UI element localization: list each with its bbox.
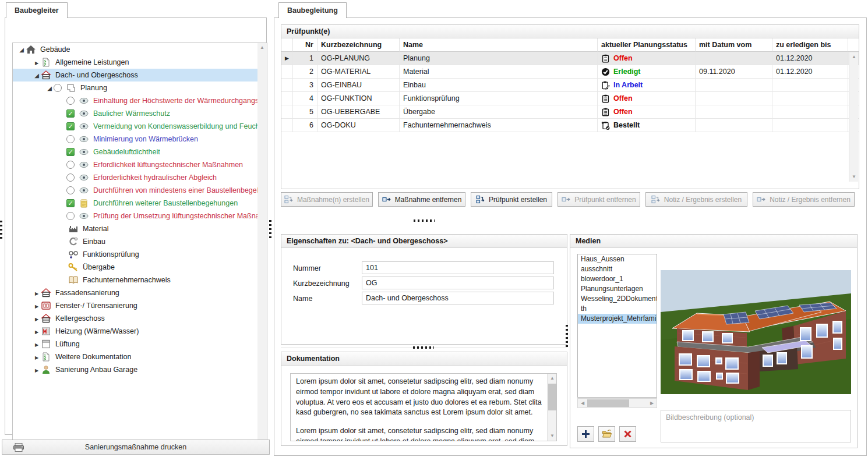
- col-erledigen-bis[interactable]: zu erledigen bis: [772, 38, 848, 52]
- expander-closed-icon[interactable]: [33, 340, 41, 348]
- nummer-field[interactable]: [362, 261, 554, 274]
- media-list-item[interactable]: Planungsunterlagen: [578, 284, 657, 294]
- tree-item-requirement[interactable]: Vermeidung von Kondenswasserbildung und …: [13, 120, 267, 133]
- notiz-ergebnis-erstellen-button[interactable]: Notiz / Ergebnis erstellen: [645, 192, 747, 207]
- kurzbezeichnung-field[interactable]: [362, 277, 554, 289]
- splitter-handle-panels[interactable]: [269, 220, 271, 240]
- expander-closed-icon[interactable]: [33, 327, 41, 335]
- tree-item-requirement[interactable]: Gebäudeluftdichtheit: [13, 146, 267, 158]
- media-list-item[interactable]: th: [578, 304, 657, 314]
- tree-item-planung[interactable]: Planung: [13, 82, 267, 94]
- media-add-button[interactable]: [577, 426, 594, 442]
- radio-unchecked-icon[interactable]: [66, 186, 75, 194]
- col-datum-vom[interactable]: mit Datum vom: [696, 38, 772, 52]
- radio-unchecked-icon[interactable]: [66, 212, 75, 220]
- checkbox-checked-icon[interactable]: [66, 148, 75, 156]
- scrollbar-thumb[interactable]: [548, 384, 556, 410]
- table-row[interactable]: 5 OG-UEBERGABE Übergabe Offen: [281, 105, 859, 119]
- tab-baubegleiter[interactable]: Baubegleiter: [6, 2, 68, 18]
- scrollbar-thumb[interactable]: [587, 399, 629, 407]
- tree-item-gebaeude[interactable]: Gebäude: [13, 43, 267, 56]
- massnahmen-erstellen-button[interactable]: Maßnahme(n) erstellen: [281, 192, 373, 207]
- tree-item-fassadensanierung[interactable]: Fassadensanierung: [13, 286, 267, 299]
- col-name[interactable]: Name: [400, 38, 598, 52]
- tree-item-heizung[interactable]: Heizung (Wärme/Wasser): [13, 325, 267, 338]
- tree-item-requirement[interactable]: Durchführen weiterer Baustellenbegehunge…: [13, 197, 267, 210]
- media-list-item[interactable]: ausschnitt: [578, 264, 657, 274]
- tree-item-funktionspruefung[interactable]: Funktionsprüfung: [13, 248, 267, 261]
- expander-open-icon[interactable]: [45, 84, 54, 92]
- table-row[interactable]: 2 OG-MATERIAL Material Erledigt 09.11.20…: [281, 65, 859, 79]
- notiz-ergebnis-entfernen-button[interactable]: Notiz / Ergebnis entfernen: [753, 192, 855, 207]
- table-row[interactable]: 4 OG-FUNKTION Funktionsprüfung Offen: [281, 92, 859, 105]
- tree-item-requirement[interactable]: Einhaltung der Höchstwerte der Wärmedurc…: [13, 94, 267, 107]
- tree-item-requirement[interactable]: Prüfung der Umsetzung lüftungstechnische…: [13, 210, 267, 222]
- tree-item-weitere-dokumentation[interactable]: Weitere Dokumentation: [13, 350, 267, 363]
- expander-closed-icon[interactable]: [33, 314, 41, 323]
- tree-item-requirement[interactable]: Erfordlichkeit lüftungstechnischer Maßna…: [13, 158, 267, 171]
- print-sanierungsmassnahme-button[interactable]: Sanierungsmaßnahme drucken: [2, 440, 270, 455]
- checkbox-checked-icon[interactable]: [66, 199, 75, 207]
- tree-item-sanierung-anbau-garage[interactable]: Sanierung Anbau Garage: [13, 363, 267, 376]
- table-scrollbar[interactable]: ▲ ▼: [849, 52, 858, 182]
- tree-item-fenster-tuerensanierung[interactable]: Fenster-/ Türensanierung: [13, 299, 267, 312]
- splitter-handle-vertical-mid[interactable]: [566, 325, 568, 348]
- scroll-down-icon[interactable]: ▼: [548, 431, 557, 441]
- tree-item-fachunternehmernachweis[interactable]: Fachunternehmernachweis: [13, 274, 267, 286]
- scroll-up-icon[interactable]: ▲: [548, 374, 557, 383]
- scroll-up-icon[interactable]: ▲: [849, 52, 859, 62]
- expander-closed-icon[interactable]: [33, 302, 41, 310]
- scroll-down-icon[interactable]: ▼: [849, 172, 859, 182]
- pruefpunkt-erstellen-button[interactable]: Prüfpunkt erstellen: [471, 192, 552, 207]
- media-delete-button[interactable]: [619, 426, 636, 442]
- tree-item-material[interactable]: Material: [13, 222, 267, 235]
- tree-item-requirement[interactable]: Baulicher Wärmeschutz: [13, 107, 267, 120]
- media-list-hscrollbar[interactable]: ◀ ▶: [577, 398, 657, 408]
- radio-unchecked-icon[interactable]: [66, 161, 75, 169]
- col-kurzbezeichnung[interactable]: Kurzbezeichnung: [317, 38, 400, 52]
- media-list-item[interactable]: blowerdoor_1: [578, 274, 657, 284]
- col-nr[interactable]: Nr: [293, 38, 317, 52]
- table-row[interactable]: 6 OG-DOKU Fachunternehmernachweis Bestel…: [281, 119, 859, 132]
- massnahme-entfernen-button[interactable]: Maßnahme entfernen: [378, 192, 465, 207]
- table-row[interactable]: ▶ 1 OG-PLANUNG Planung Offen 01.12.2020: [281, 52, 859, 65]
- radio-unchecked-icon[interactable]: [54, 84, 62, 92]
- tree-item-dach-obergeschoss[interactable]: Dach- und Obergeschoss: [13, 69, 267, 82]
- name-field[interactable]: [362, 292, 554, 304]
- splitter-handle-left-edge[interactable]: [0, 221, 2, 240]
- expander-closed-icon[interactable]: [33, 58, 41, 66]
- tree-item-lueftung[interactable]: Lüftung: [13, 338, 267, 350]
- splitter-handle-horizontal-mid[interactable]: [413, 346, 434, 349]
- tree-item-kellergeschoss[interactable]: Kellergeschoss: [13, 312, 267, 325]
- scroll-left-icon[interactable]: ◀: [578, 399, 587, 408]
- pruefpunkt-entfernen-button[interactable]: Prüfpunkt entfernen: [558, 192, 640, 207]
- checkbox-checked-icon[interactable]: [66, 122, 75, 130]
- radio-unchecked-icon[interactable]: [66, 97, 75, 105]
- media-list-item[interactable]: Wesseling_2DDokument_EG: [578, 294, 657, 304]
- tree-item-requirement[interactable]: Erforderlichkeit hydraulischer Abgleich: [13, 171, 267, 184]
- tree-item-requirement[interactable]: Minimierung von Wärmebrücken: [13, 133, 267, 146]
- image-caption-input[interactable]: [661, 410, 851, 442]
- tree-item-uebergabe[interactable]: Übergabe: [13, 261, 267, 274]
- tab-baubegleitung[interactable]: Baubegleitung: [278, 2, 347, 18]
- scroll-right-icon[interactable]: ▶: [647, 399, 657, 408]
- tree-item-requirement[interactable]: Durchführen von mindestens einer Baustel…: [13, 184, 267, 197]
- media-list-item-selected[interactable]: Musterprojekt_Mehrfamilienhaus: [578, 314, 657, 324]
- tree-item-allgemeine-leistungen[interactable]: Allgemeine Leistungen: [13, 56, 267, 69]
- tree-scrollbar[interactable]: ▲ ▼: [257, 43, 267, 447]
- col-planungsstatus[interactable]: aktueller Planungsstatus: [598, 38, 696, 52]
- expander-open-icon[interactable]: [33, 71, 41, 79]
- dokumentation-scrollbar[interactable]: ▲ ▼: [547, 374, 556, 441]
- scroll-up-icon[interactable]: ▲: [257, 43, 267, 52]
- tree-item-einbau[interactable]: Einbau: [13, 235, 267, 248]
- radio-unchecked-icon[interactable]: [66, 135, 75, 143]
- expander-open-icon[interactable]: [17, 45, 26, 54]
- radio-unchecked-icon[interactable]: [66, 173, 75, 182]
- table-row[interactable]: 3 OG-EINBAU Einbau In Arbeit: [281, 79, 859, 92]
- media-list-item[interactable]: Haus_Aussen: [578, 254, 657, 264]
- expander-closed-icon[interactable]: [33, 366, 41, 374]
- dokumentation-textbox[interactable]: Lorem ipsum dolor sit amet, consetetur s…: [290, 373, 557, 441]
- expander-closed-icon[interactable]: [33, 353, 41, 361]
- media-open-button[interactable]: [598, 426, 615, 442]
- splitter-handle-horizontal-top[interactable]: [414, 219, 435, 222]
